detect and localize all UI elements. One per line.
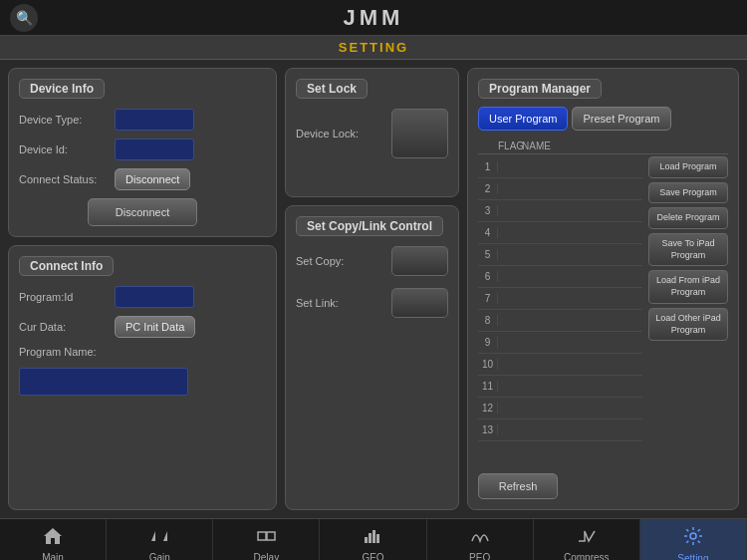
program-name-input[interactable]	[19, 368, 188, 396]
table-row[interactable]: 9	[478, 332, 642, 354]
load-other-ipad-button[interactable]: Load Other iPad Program	[648, 308, 728, 341]
refresh-button[interactable]: Refresh	[478, 473, 558, 499]
refresh-row: Refresh	[478, 473, 728, 499]
set-copy-toggle[interactable]	[391, 246, 448, 276]
search-button[interactable]: 🔍	[10, 4, 38, 32]
left-column: Device Info Device Type: Device Id: Conn…	[8, 68, 277, 510]
table-row[interactable]: 10	[478, 354, 642, 376]
program-side-buttons: Load Program Save Program Delete Program…	[648, 156, 728, 467]
connect-info-title: Connect Info	[19, 256, 114, 276]
save-program-button[interactable]: Save Program	[648, 182, 728, 204]
device-type-label: Device Type:	[19, 114, 109, 126]
delay-nav-label: Delay	[254, 552, 280, 561]
set-link-row: Set Link:	[296, 288, 448, 318]
program-id-input[interactable]	[115, 286, 194, 308]
nav-item-setting[interactable]: Setting	[640, 519, 747, 560]
app-logo: JMM	[344, 5, 404, 31]
svg-rect-7	[373, 530, 375, 543]
row-number: 3	[478, 205, 498, 216]
disconnect-button[interactable]: Disconnect	[88, 198, 197, 226]
nav-item-compress[interactable]: Compress	[534, 519, 640, 560]
device-lock-label: Device Lock:	[296, 128, 385, 140]
delete-program-button[interactable]: Delete Program	[648, 207, 728, 229]
table-row[interactable]: 5	[478, 244, 642, 266]
main-icon	[43, 527, 63, 545]
device-id-input[interactable]	[115, 139, 194, 160]
table-row[interactable]: 11	[478, 376, 642, 398]
program-name-label: Program Name:	[19, 346, 109, 358]
middle-column: Set Lock Device Lock: Set Copy/Link Cont…	[285, 68, 459, 510]
cur-data-row: Cur Data: PC Init Data	[19, 316, 266, 338]
table-row[interactable]: 13	[478, 420, 642, 441]
geq-icon	[363, 527, 382, 545]
preset-program-tab[interactable]: Preset Program	[572, 107, 670, 131]
program-id-row: Program:Id	[19, 286, 266, 308]
set-copy-link-panel: Set Copy/Link Control Set Copy: Set Link…	[285, 205, 459, 510]
program-manager-header: Program Manager	[478, 79, 728, 99]
geq-nav-label: GEQ	[362, 552, 383, 561]
set-link-toggle[interactable]	[391, 288, 448, 318]
connect-info-panel: Connect Info Program:Id Cur Data: PC Ini…	[8, 245, 277, 510]
cur-data-label: Cur Data:	[19, 321, 109, 333]
table-row[interactable]: 8	[478, 310, 642, 332]
device-type-input[interactable]	[115, 109, 194, 131]
nav-item-peq[interactable]: PEQ	[427, 519, 534, 560]
set-copy-link-title: Set Copy/Link Control	[296, 216, 443, 236]
col-num-header	[478, 140, 498, 151]
table-row[interactable]: 7	[478, 288, 642, 310]
gain-nav-label: Gain	[149, 552, 170, 561]
svg-rect-3	[258, 532, 266, 540]
device-id-label: Device Id:	[19, 143, 109, 155]
load-program-button[interactable]: Load Program	[648, 156, 728, 178]
set-lock-panel: Set Lock Device Lock:	[285, 68, 459, 197]
setting-nav-icon	[683, 526, 703, 551]
load-from-ipad-button[interactable]: Load From iPad Program	[648, 270, 728, 303]
search-icon: 🔍	[16, 10, 33, 26]
svg-marker-2	[163, 531, 167, 541]
row-number: 4	[478, 227, 498, 238]
row-number: 9	[478, 337, 498, 348]
delay-icon	[256, 527, 276, 545]
connect-status-row: Connect Status: Disconnect	[19, 168, 266, 190]
row-number: 11	[478, 381, 498, 392]
table-row[interactable]: 6	[478, 266, 642, 288]
main-nav-label: Main	[42, 552, 64, 561]
row-number: 5	[478, 249, 498, 260]
program-table-header: FLAG NAME	[478, 139, 728, 154]
save-to-ipad-button[interactable]: Save To iPad Program	[648, 233, 728, 266]
svg-marker-0	[44, 528, 62, 544]
table-row[interactable]: 2	[478, 178, 642, 200]
svg-marker-1	[151, 531, 155, 541]
row-number: 13	[478, 424, 498, 435]
table-row[interactable]: 12	[478, 398, 642, 420]
program-manager-body: 1 2 3 4 5 6 7 8	[478, 156, 728, 467]
program-manager-tabs: User Program Preset Program	[478, 107, 728, 131]
svg-rect-6	[369, 533, 372, 543]
program-manager-title: Program Manager	[478, 79, 602, 99]
compress-nav-icon	[577, 527, 597, 550]
table-row[interactable]: 4	[478, 222, 642, 244]
disconnect-row: Disconnect	[19, 198, 266, 226]
device-lock-toggle[interactable]	[391, 109, 448, 158]
nav-item-main[interactable]: Main	[0, 519, 107, 560]
table-row[interactable]: 1	[478, 156, 642, 178]
disconnect-status-button[interactable]: Disconnect	[115, 168, 190, 190]
nav-item-geq[interactable]: GEQ	[320, 519, 426, 560]
table-row[interactable]: 3	[478, 200, 642, 222]
main-content: Device Info Device Type: Device Id: Conn…	[0, 60, 747, 518]
svg-point-9	[690, 533, 696, 539]
program-id-label: Program:Id	[19, 291, 109, 303]
nav-item-gain[interactable]: Gain	[107, 519, 213, 560]
geq-nav-icon	[363, 527, 382, 550]
row-number: 8	[478, 315, 498, 326]
program-manager-panel: Program Manager User Program Preset Prog…	[467, 68, 739, 510]
cur-data-button[interactable]: PC Init Data	[115, 316, 195, 338]
user-program-tab[interactable]: User Program	[478, 107, 568, 131]
compress-icon	[577, 527, 597, 545]
row-number: 10	[478, 359, 498, 370]
svg-rect-5	[365, 537, 368, 543]
nav-item-delay[interactable]: Delay	[213, 519, 320, 560]
program-rows: 1 2 3 4 5 6 7 8	[478, 156, 642, 467]
peq-nav-icon	[470, 527, 490, 550]
device-info-title: Device Info	[19, 79, 105, 99]
